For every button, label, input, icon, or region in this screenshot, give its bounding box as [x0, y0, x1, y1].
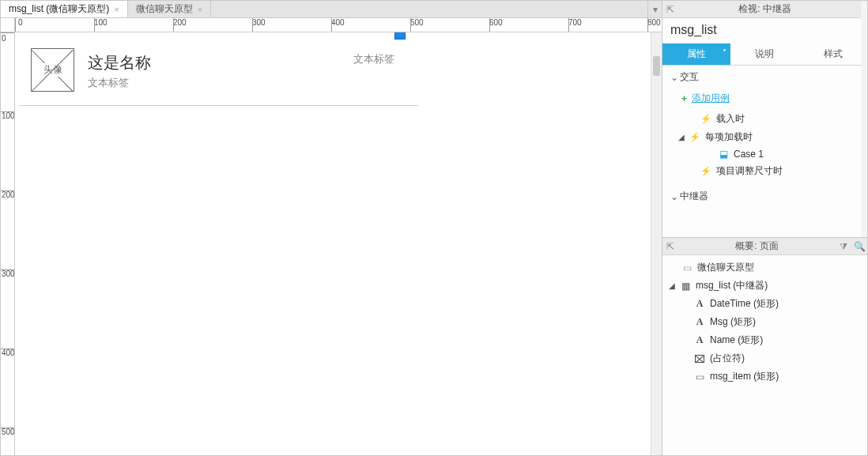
- outline-tree: 微信聊天原型 ◢ msg_list (中继器) DateTime (矩形) Ms…: [662, 255, 867, 455]
- tab-properties[interactable]: 属性•: [662, 43, 730, 65]
- outline-repeater[interactable]: ◢ msg_list (中继器): [662, 277, 867, 295]
- repeater-icon: [678, 281, 693, 292]
- widget-sub-text[interactable]: 文本标签: [88, 76, 129, 90]
- event-icon: [699, 166, 713, 176]
- tab-notes[interactable]: 说明: [730, 43, 798, 65]
- ruler-h-label: 400: [331, 18, 345, 27]
- outline-datetime[interactable]: DateTime (矩形): [662, 295, 867, 313]
- add-case-link[interactable]: + 添加用例: [662, 89, 867, 108]
- ruler-h-label: 600: [489, 18, 503, 27]
- outline-msg[interactable]: Msg (矩形): [662, 313, 867, 331]
- widget-name-text[interactable]: 这是名称: [88, 52, 151, 73]
- inspector-panel: ⇱ 检视: 中继器 msg_list 属性• 说明 样式 ⌄ 交互 + 添加: [662, 1, 867, 238]
- right-panels: ⇱ 检视: 中继器 msg_list 属性• 说明 样式 ⌄ 交互 + 添加: [662, 1, 867, 455]
- outline-msgitem[interactable]: msg_item (矩形): [662, 367, 867, 386]
- section-repeater: ⌄ 中继器: [662, 185, 867, 208]
- page-icon: [680, 262, 694, 273]
- event-icon: [688, 132, 702, 142]
- tab-style[interactable]: 样式: [799, 43, 867, 65]
- horizontal-ruler[interactable]: 0 100 200 300 400 500 600 700 800: [1, 18, 662, 32]
- canvas[interactable]: 头像 这是名称 文本标签 文本标签: [15, 32, 662, 455]
- inspector-header: ⇱ 检视: 中继器: [662, 1, 867, 18]
- event-item-resize[interactable]: 项目调整尺寸时: [662, 162, 867, 180]
- outline-name[interactable]: Name (矩形): [662, 331, 867, 349]
- widget-msg-item[interactable]: 头像 这是名称 文本标签 文本标签: [23, 44, 402, 100]
- outline-page[interactable]: 微信聊天原型: [662, 258, 867, 277]
- ruler-h-label: 200: [173, 18, 187, 27]
- case-icon: [716, 149, 730, 160]
- ruler-v-label: 500: [2, 428, 15, 436]
- event-icon: [699, 114, 713, 124]
- tab-menu-dropdown[interactable]: ▾: [647, 1, 662, 17]
- ruler-h-label: 100: [94, 18, 108, 27]
- filter-icon[interactable]: ⧩: [836, 241, 851, 252]
- ruler-corner: [1, 18, 15, 32]
- ruler-h-label: 700: [568, 18, 582, 27]
- collapse-icon[interactable]: ⇱: [662, 4, 678, 15]
- close-icon[interactable]: ×: [198, 5, 202, 14]
- event-case-1[interactable]: Case 1: [662, 146, 867, 162]
- ruler-v-label: 400: [2, 349, 15, 357]
- widget-time-text[interactable]: 文本标签: [353, 52, 394, 66]
- ruler-h-label: 800: [647, 18, 661, 27]
- placeholder-icon: [695, 355, 704, 363]
- tab-msg-list[interactable]: msg_list (微信聊天原型) ×: [1, 1, 128, 17]
- widget-divider[interactable]: [19, 105, 418, 106]
- avatar-label: 头像: [42, 63, 64, 77]
- section-repeater-header[interactable]: ⌄ 中继器: [662, 185, 867, 208]
- tab-label: 微信聊天原型: [136, 2, 193, 16]
- editor-main: msg_list (微信聊天原型) × 微信聊天原型 × ▾ 0 100 200…: [1, 1, 662, 455]
- editor-body: 0 100 200 300 400 500 头像: [1, 32, 662, 455]
- tab-wechat-proto[interactable]: 微信聊天原型 ×: [128, 1, 211, 17]
- outline-placeholder[interactable]: (占位符): [662, 349, 867, 367]
- text-icon: [693, 334, 707, 346]
- event-onload[interactable]: 载入时: [662, 110, 867, 128]
- vertical-ruler[interactable]: 0 100 200 300 400 500: [1, 32, 15, 455]
- ruler-h-label: 500: [410, 18, 424, 27]
- section-interactions-header[interactable]: ⌄ 交互: [662, 66, 867, 89]
- tab-label: msg_list (微信聊天原型): [9, 2, 109, 16]
- ruler-h-label: 300: [252, 18, 266, 27]
- search-icon[interactable]: 🔍: [851, 241, 867, 252]
- rect-icon: [693, 371, 707, 383]
- document-tabs: msg_list (微信聊天原型) × 微信聊天原型 × ▾: [1, 1, 662, 18]
- widget-avatar-placeholder[interactable]: 头像: [31, 48, 74, 92]
- event-item-load[interactable]: ◢ 每项加载时: [662, 128, 867, 146]
- inspector-title: 检视: 中继器: [678, 2, 851, 16]
- app-root: msg_list (微信聊天原型) × 微信聊天原型 × ▾ 0 100 200…: [0, 0, 868, 456]
- ruler-v-label: 300: [2, 269, 15, 278]
- ruler-v-label: 200: [2, 190, 15, 199]
- collapse-icon[interactable]: ⇱: [662, 241, 678, 252]
- ruler-h-label: 0: [18, 18, 23, 27]
- scrollbar-thumb[interactable]: [653, 56, 660, 76]
- outline-title: 概要: 页面: [678, 239, 836, 253]
- text-icon: [693, 316, 707, 328]
- canvas-scrollbar[interactable]: [651, 32, 662, 455]
- outline-header: ⇱ 概要: 页面 ⧩ 🔍: [662, 238, 867, 255]
- ruler-v-label: 0: [2, 34, 6, 43]
- section-interactions: ⌄ 交互 + 添加用例 载入时 ◢ 每项加载时: [662, 66, 867, 185]
- outline-panel: ⇱ 概要: 页面 ⧩ 🔍 微信聊天原型 ◢ msg_list (中继器): [662, 238, 867, 455]
- ruler-v-label: 100: [2, 111, 15, 120]
- close-icon[interactable]: ×: [114, 5, 119, 14]
- selected-object-name[interactable]: msg_list: [662, 18, 867, 43]
- inspector-tabs: 属性• 说明 样式: [662, 43, 867, 66]
- text-icon: [693, 298, 707, 310]
- plus-icon: +: [681, 93, 687, 104]
